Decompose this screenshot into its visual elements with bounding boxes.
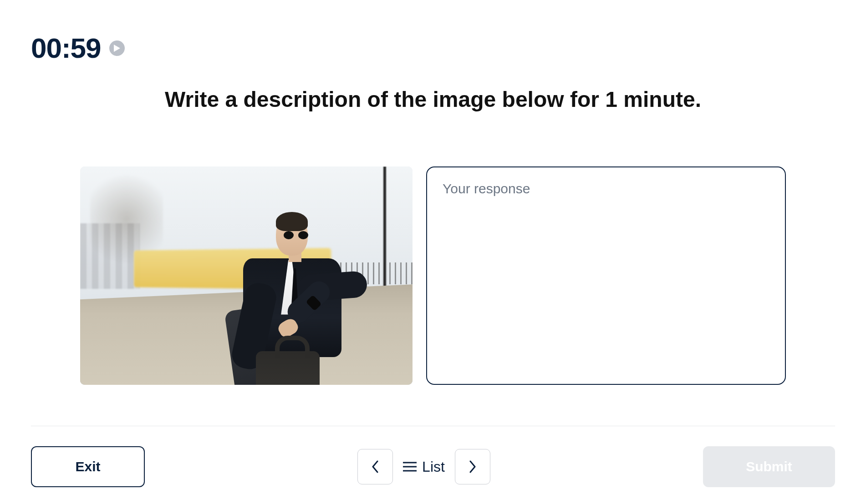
svg-marker-0 — [114, 45, 120, 52]
chevron-right-icon — [469, 460, 477, 474]
prompt-image — [80, 166, 413, 385]
play-button[interactable] — [109, 40, 125, 56]
exit-button[interactable]: Exit — [31, 446, 145, 487]
response-textarea[interactable] — [426, 166, 786, 385]
timer-display: 00:59 — [31, 32, 101, 64]
list-button[interactable]: List — [403, 459, 445, 475]
play-icon — [114, 45, 120, 52]
next-button[interactable] — [455, 449, 490, 484]
prev-button[interactable] — [357, 449, 393, 484]
footer-divider — [31, 426, 835, 426]
question-prompt: Write a description of the image below f… — [92, 87, 774, 112]
chevron-left-icon — [371, 460, 379, 474]
list-label: List — [422, 459, 445, 475]
list-icon — [403, 461, 417, 472]
submit-button[interactable]: Submit — [703, 446, 835, 487]
